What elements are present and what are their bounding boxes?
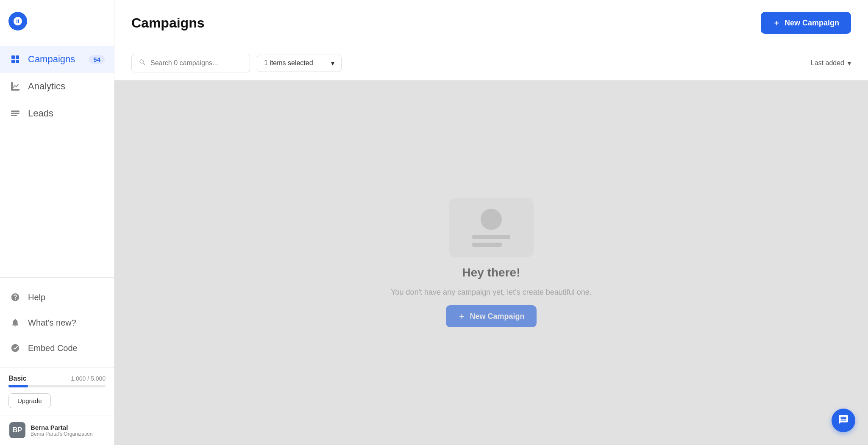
user-name: Berna Partal bbox=[31, 424, 105, 431]
bell-icon bbox=[9, 317, 21, 329]
user-info: Berna Partal Berna Partal's Organization bbox=[31, 424, 105, 437]
user-section[interactable]: BP Berna Partal Berna Partal's Organizat… bbox=[0, 415, 114, 445]
sidebar-item-leads[interactable]: Leads bbox=[0, 100, 114, 127]
page-title: Campaigns bbox=[131, 15, 204, 31]
empty-new-campaign-label: New Campaign bbox=[470, 312, 524, 321]
analytics-label: Analytics bbox=[28, 81, 65, 92]
new-campaign-button-header[interactable]: ＋ New Campaign bbox=[761, 12, 851, 34]
sort-chevron-icon: ▾ bbox=[848, 59, 851, 67]
plus-icon: ＋ bbox=[773, 18, 780, 28]
sidebar-item-whats-new[interactable]: What's new? bbox=[0, 310, 114, 335]
sort-label: Last added bbox=[811, 59, 844, 67]
svg-rect-4 bbox=[11, 111, 19, 112]
illustration-body bbox=[472, 235, 510, 247]
campaigns-icon bbox=[9, 53, 21, 65]
help-icon bbox=[9, 291, 21, 303]
svg-rect-0 bbox=[11, 55, 15, 59]
illustration-head bbox=[481, 209, 502, 230]
app-logo-icon[interactable] bbox=[8, 12, 27, 30]
analytics-icon bbox=[9, 80, 21, 92]
sidebar: Campaigns 54 Analytics Leads bbox=[0, 0, 114, 445]
plan-name: Basic bbox=[8, 375, 27, 382]
main-content: Campaigns ＋ New Campaign 1 items selecte… bbox=[114, 0, 868, 445]
sidebar-item-analytics[interactable]: Analytics bbox=[0, 73, 114, 100]
filter-dropdown[interactable]: 1 items selected ▾ bbox=[257, 55, 342, 72]
chevron-down-icon: ▾ bbox=[331, 59, 334, 67]
main-header: Campaigns ＋ New Campaign bbox=[114, 0, 868, 46]
sort-section[interactable]: Last added ▾ bbox=[811, 59, 851, 67]
embed-icon bbox=[9, 342, 21, 354]
sidebar-nav: Campaigns 54 Analytics Leads bbox=[0, 42, 114, 277]
sidebar-item-embed-code[interactable]: Embed Code bbox=[0, 335, 114, 361]
chat-widget[interactable] bbox=[832, 409, 855, 432]
empty-subtitle: You don't have any campaign yet, let's c… bbox=[391, 288, 592, 297]
upgrade-button[interactable]: Upgrade bbox=[8, 393, 51, 408]
search-input[interactable] bbox=[150, 59, 243, 67]
illustration-line-1 bbox=[472, 235, 510, 239]
illustration-line-2 bbox=[472, 243, 502, 247]
search-box[interactable] bbox=[131, 54, 250, 72]
avatar: BP bbox=[9, 422, 25, 438]
sidebar-logo[interactable] bbox=[0, 0, 114, 42]
search-icon bbox=[139, 58, 146, 68]
plan-header: Basic 1.000 / 5.000 bbox=[8, 375, 106, 382]
empty-title: Hey there! bbox=[462, 266, 520, 279]
svg-rect-1 bbox=[16, 55, 19, 59]
empty-illustration bbox=[449, 198, 534, 257]
user-org: Berna Partal's Organization bbox=[31, 431, 105, 437]
sidebar-bottom-nav: Help What's new? Embed Code bbox=[0, 277, 114, 368]
chat-icon bbox=[838, 414, 849, 427]
empty-plus-icon: ＋ bbox=[458, 311, 465, 321]
filter-label: 1 items selected bbox=[264, 59, 313, 67]
plan-count: 1.000 / 5.000 bbox=[71, 375, 106, 382]
sidebar-item-campaigns[interactable]: Campaigns 54 bbox=[0, 46, 114, 73]
help-label: Help bbox=[28, 293, 45, 302]
plan-progress-fill bbox=[8, 385, 28, 387]
new-campaign-label: New Campaign bbox=[785, 19, 839, 28]
svg-rect-2 bbox=[11, 60, 15, 63]
campaigns-badge: 54 bbox=[89, 55, 105, 64]
svg-rect-6 bbox=[11, 115, 17, 116]
leads-label: Leads bbox=[28, 108, 53, 119]
sidebar-item-help[interactable]: Help bbox=[0, 285, 114, 310]
svg-rect-5 bbox=[11, 113, 19, 114]
logo-svg bbox=[13, 16, 23, 26]
whats-new-label: What's new? bbox=[28, 318, 76, 328]
plan-progress-bar bbox=[8, 385, 106, 387]
empty-state: Hey there! You don't have any campaign y… bbox=[114, 80, 868, 445]
leads-icon bbox=[9, 108, 21, 119]
toolbar: 1 items selected ▾ Last added ▾ bbox=[114, 46, 868, 80]
campaigns-label: Campaigns bbox=[28, 54, 75, 65]
svg-rect-3 bbox=[16, 60, 19, 63]
new-campaign-button-empty[interactable]: ＋ New Campaign bbox=[446, 305, 536, 327]
embed-code-label: Embed Code bbox=[28, 343, 78, 353]
plan-section: Basic 1.000 / 5.000 Upgrade bbox=[0, 368, 114, 415]
